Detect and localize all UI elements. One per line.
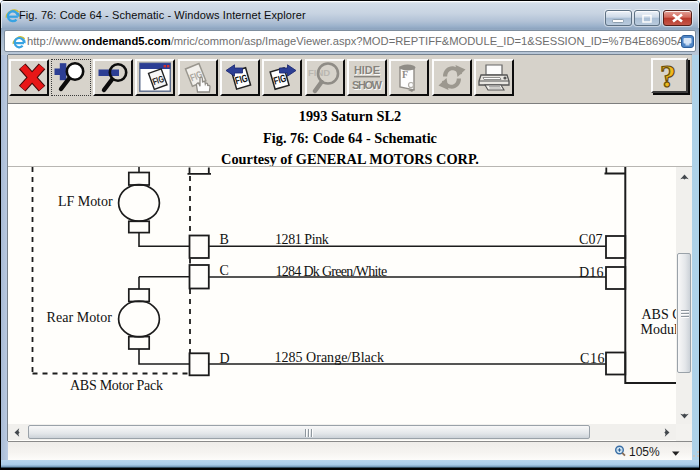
svg-text:ABS Co: ABS Co (642, 307, 677, 322)
svg-text:SHOW: SHOW (352, 79, 383, 91)
svg-text:1284 Dk Green/White: 1284 Dk Green/White (276, 264, 388, 279)
svg-text:LF Motor: LF Motor (58, 194, 113, 209)
svg-text:F: F (402, 69, 408, 80)
svg-text:?: ? (660, 60, 676, 91)
svg-text:C07: C07 (579, 232, 603, 247)
svg-text:1285 Orange/Black: 1285 Orange/Black (275, 350, 385, 365)
svg-text:D: D (220, 351, 230, 366)
svg-text:C: C (220, 263, 229, 278)
svg-text:B: B (220, 232, 229, 247)
svg-text:C16: C16 (580, 351, 605, 366)
svg-text:1281 Pink: 1281 Pink (275, 232, 329, 247)
svg-text:HIDE: HIDE (354, 64, 380, 76)
svg-text:D16: D16 (579, 265, 604, 280)
svg-text:Rear Motor: Rear Motor (47, 310, 113, 325)
svg-text:Modul: Modul (641, 322, 677, 337)
svg-text:ABS Motor Pack: ABS Motor Pack (70, 378, 163, 393)
